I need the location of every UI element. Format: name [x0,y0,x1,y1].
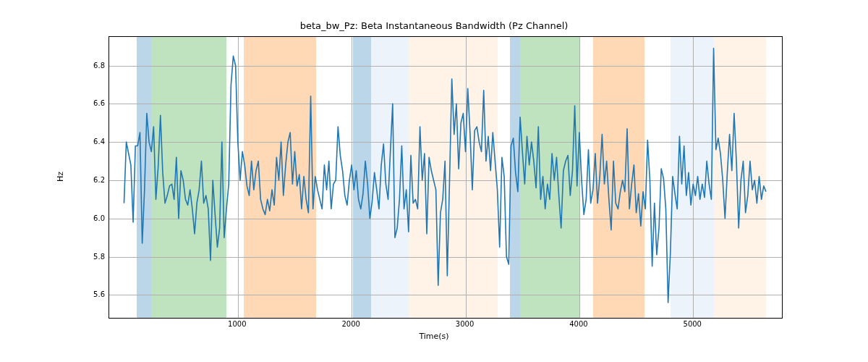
y-tick-label: 6.8 [76,61,105,69]
x-tick-label: 4000 [564,320,593,328]
y-tick-label: 5.8 [76,252,105,260]
y-tick-label: 6.2 [76,175,105,183]
y-axis-label: Hz [56,172,65,182]
x-tick-label: 2000 [336,320,365,328]
chart-title: beta_bw_Pz: Beta Instantaneous Bandwidth… [0,20,868,31]
x-axis-label: Time(s) [0,332,868,341]
x-tick-label: 3000 [451,320,480,328]
y-tick-label: 6.6 [76,99,105,107]
data-line [109,37,782,318]
figure: beta_bw_Pz: Beta Instantaneous Bandwidth… [0,0,868,362]
y-tick-label: 6.4 [76,138,105,146]
y-tick-label: 5.6 [76,290,105,298]
plot-area [109,36,783,319]
x-tick-label: 5000 [678,320,707,328]
x-tick-label: 1000 [223,320,252,328]
y-tick-label: 6.0 [76,214,105,222]
